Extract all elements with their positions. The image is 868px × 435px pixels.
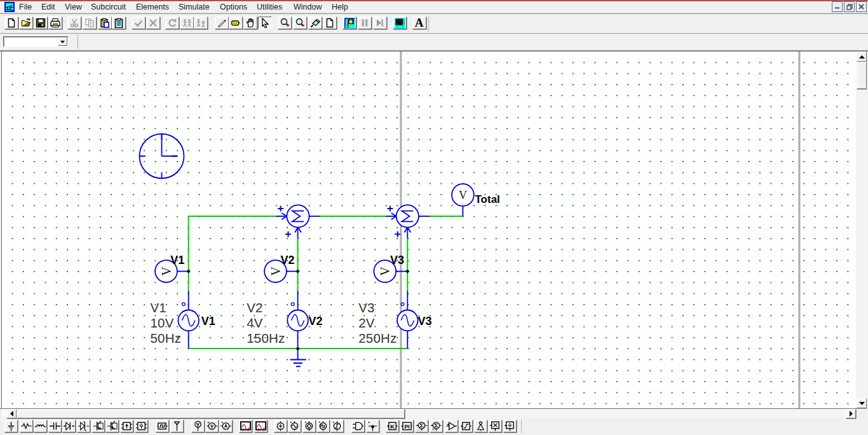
svg-text:V: V: [269, 266, 283, 276]
svg-text:+: +: [432, 427, 435, 432]
svg-text:V2: V2: [281, 254, 295, 266]
svg-text:V3: V3: [418, 315, 432, 328]
svg-text:-: -: [417, 427, 419, 432]
svg-text:V: V: [378, 266, 392, 276]
svg-text:K: K: [390, 423, 395, 430]
svg-text:V: V: [159, 266, 173, 276]
svg-text:V2: V2: [309, 315, 323, 328]
svg-text:PI: PI: [405, 424, 410, 430]
svg-text:50Hz: 50Hz: [151, 331, 182, 345]
svg-text:150Hz: 150Hz: [247, 331, 285, 345]
svg-text:250Hz: 250Hz: [358, 331, 397, 345]
svg-text:V: V: [459, 189, 467, 202]
svg-text:10V: 10V: [151, 315, 174, 330]
svg-text:V1: V1: [151, 300, 166, 315]
svg-text:V2: V2: [247, 300, 262, 315]
svg-text:4V: 4V: [247, 315, 263, 330]
svg-text:Total: Total: [475, 193, 500, 205]
svg-text:V3: V3: [390, 254, 404, 266]
svg-text:V1: V1: [201, 315, 215, 328]
svg-text:V1: V1: [170, 254, 184, 266]
svg-text:2V: 2V: [358, 315, 375, 330]
svg-text:V3: V3: [358, 300, 374, 315]
